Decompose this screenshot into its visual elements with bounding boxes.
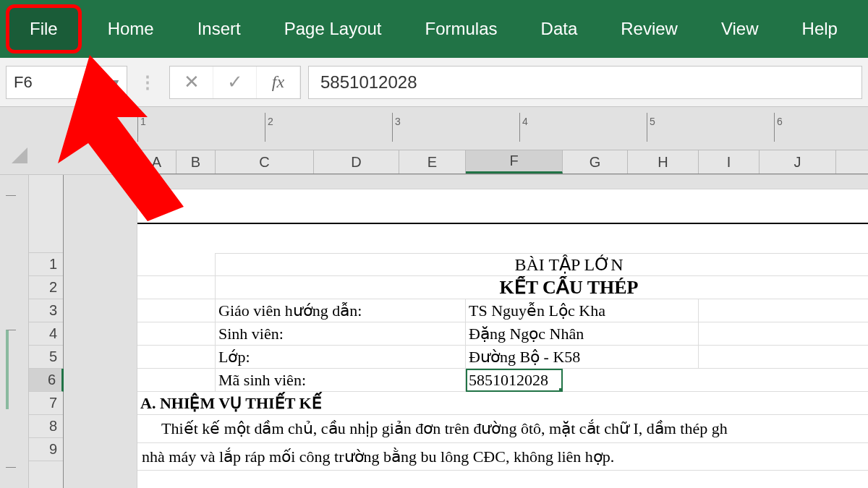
column-header-E[interactable]: E [399, 150, 466, 174]
svg-marker-0 [12, 147, 27, 163]
value-sv[interactable]: Đặng Ngọc Nhân [466, 322, 699, 346]
formula-bar-divider: ⋮ [135, 72, 162, 93]
row-headers: 123456789 [29, 175, 64, 488]
section-a-heading[interactable]: A. NHIỆM VỤ THIẾT KẾ [137, 392, 868, 415]
column-headers: ABCDEFGHIJK [137, 150, 868, 174]
column-header-C[interactable]: C [216, 150, 314, 174]
tab-review[interactable]: Review [599, 0, 699, 58]
ruler-area: 1 2 3 4 5 6 ABCDEFGHIJK [0, 107, 868, 175]
label-lop[interactable]: Lớp: [216, 346, 466, 369]
vruler-tick [6, 467, 16, 488]
ruler-tick: 2 [265, 113, 392, 142]
row-header-7[interactable]: 7 [29, 392, 63, 415]
title-1[interactable]: BÀI TẬP LỚN [216, 253, 868, 276]
ruler-tick: 1 [137, 113, 265, 142]
cell[interactable] [137, 369, 216, 392]
cell[interactable] [137, 346, 216, 369]
vertical-ruler [0, 175, 29, 488]
sheet-canvas[interactable]: BÀI TẬP LỚNKẾT CẤU THÉPGiáo viên hướng d… [64, 175, 868, 488]
tab-data[interactable]: Data [519, 0, 600, 58]
name-box-value: F6 [14, 73, 33, 92]
cell-grid: BÀI TẬP LỚNKẾT CẤU THÉPGiáo viên hướng d… [137, 253, 868, 471]
row-header-4[interactable]: 4 [29, 322, 63, 346]
ruler-tick: 4 [519, 113, 647, 142]
column-header-G[interactable]: G [563, 150, 628, 174]
select-all-triangle-icon[interactable] [3, 139, 32, 168]
name-box[interactable]: F6 ▼ [6, 66, 127, 99]
row-header-5[interactable]: 5 [29, 346, 63, 369]
column-header-K[interactable]: K [836, 150, 868, 174]
value-msv[interactable]: 5851012028 [466, 369, 563, 392]
column-header-A[interactable]: A [137, 150, 176, 174]
label-sv[interactable]: Sinh viên: [216, 322, 466, 346]
value-gvhd[interactable]: TS Nguyễn Lộc Kha [466, 299, 699, 322]
column-header-J[interactable]: J [760, 150, 836, 174]
row-header-6[interactable]: 6 [29, 369, 64, 392]
formula-input[interactable]: 5851012028 [308, 66, 862, 99]
row-header-1[interactable]: 1 [29, 253, 63, 276]
tab-insert[interactable]: Insert [176, 0, 263, 58]
cell[interactable] [699, 322, 868, 346]
cell[interactable] [137, 322, 216, 346]
row-header-2[interactable]: 2 [29, 276, 63, 299]
fx-button[interactable]: fx [257, 67, 300, 98]
formula-bar: F6 ▼ ⋮ ✕ ✓ fx 5851012028 [0, 58, 868, 107]
column-header-B[interactable]: B [176, 150, 216, 174]
formula-buttons: ✕ ✓ fx [169, 66, 301, 99]
enter-icon[interactable]: ✓ [213, 67, 257, 98]
chevron-down-icon: ▼ [111, 77, 121, 88]
vruler-tick [6, 195, 16, 275]
column-header-D[interactable]: D [314, 150, 399, 174]
value-lop[interactable]: Đường Bộ - K58 [466, 346, 699, 369]
cancel-icon[interactable]: ✕ [170, 67, 213, 98]
cell[interactable] [563, 369, 868, 392]
horizontal-ruler: 1 2 3 4 5 6 [137, 113, 868, 142]
tab-page-layout[interactable]: Page Layout [263, 0, 404, 58]
tab-formulas[interactable]: Formulas [404, 0, 519, 58]
row-header-9[interactable]: 9 [29, 438, 63, 461]
title-2[interactable]: KẾT CẤU THÉP [216, 276, 868, 299]
body-line-1[interactable]: Thiết kế một dầm chủ, cầu nhịp giản đơn … [137, 415, 868, 443]
row-header-blank [29, 175, 63, 253]
ruler-tick: 6 [774, 113, 868, 142]
vruler-tick [6, 330, 16, 409]
ribbon: File Home Insert Page Layout Formulas Da… [0, 0, 868, 58]
cell[interactable] [137, 276, 216, 299]
row-header-3[interactable]: 3 [29, 299, 63, 322]
cell[interactable] [699, 299, 868, 322]
page: BÀI TẬP LỚNKẾT CẤU THÉPGiáo viên hướng d… [137, 189, 868, 488]
cell[interactable] [137, 299, 216, 322]
tab-view[interactable]: View [699, 0, 780, 58]
label-gvhd[interactable]: Giáo viên hướng dẫn: [216, 299, 466, 322]
column-header-I[interactable]: I [699, 150, 760, 174]
tab-home[interactable]: Home [86, 0, 176, 58]
label-msv[interactable]: Mã sinh viên: [216, 369, 466, 392]
ruler-tick: 5 [647, 113, 774, 142]
grid-area: 123456789 BÀI TẬP LỚNKẾT CẤU THÉPGiáo vi… [0, 175, 868, 488]
row-header-8[interactable]: 8 [29, 415, 63, 438]
tab-file[interactable]: File [6, 4, 82, 53]
column-header-H[interactable]: H [628, 150, 699, 174]
body-line-2[interactable]: nhà máy và lắp ráp mối công trường bằng … [137, 443, 868, 471]
column-header-F[interactable]: F [466, 150, 563, 174]
ruler-tick: 3 [392, 113, 519, 142]
cell[interactable] [699, 346, 868, 369]
cell[interactable] [137, 253, 216, 276]
tab-help[interactable]: Help [780, 0, 859, 58]
